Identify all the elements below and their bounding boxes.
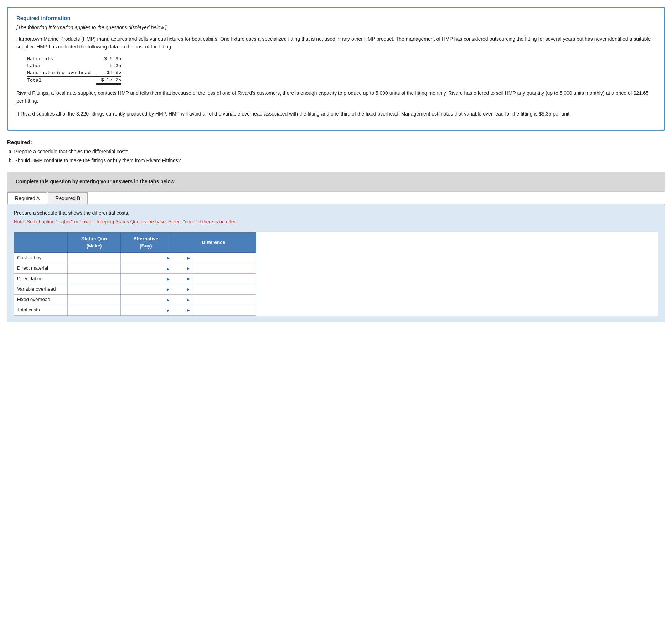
diff-input2-4[interactable] bbox=[191, 295, 256, 305]
cost-item-amount: 14.95 bbox=[96, 69, 121, 76]
alt-input-0[interactable] bbox=[121, 253, 171, 263]
alt-cell-3[interactable]: ▶ bbox=[121, 284, 171, 294]
alt-cell-4[interactable]: ▶ bbox=[121, 295, 171, 305]
paragraph1: Harbortown Marine Products (HMP) manufac… bbox=[16, 35, 656, 51]
diff-input1-3[interactable] bbox=[171, 284, 186, 294]
tab-required-a[interactable]: Required A bbox=[7, 192, 47, 204]
status-quo-cell-2[interactable] bbox=[68, 273, 121, 284]
question-list: a. Prepare a schedule that shows the dif… bbox=[9, 148, 665, 164]
diff-input1-5[interactable] bbox=[171, 305, 186, 315]
cost-item-amount: 5.35 bbox=[96, 62, 121, 69]
cost-item-label: Materials bbox=[27, 56, 96, 62]
alt-cell-0[interactable]: ▶ bbox=[121, 253, 171, 263]
diff-cell-2[interactable]: ▶ bbox=[171, 273, 256, 284]
diff-cell-3[interactable]: ▶ bbox=[171, 284, 256, 294]
alt-input-1[interactable] bbox=[121, 263, 171, 273]
alt-cell-5[interactable]: ▶ bbox=[121, 305, 171, 315]
diff-cell-5[interactable]: ▶ bbox=[171, 305, 256, 315]
status-quo-cell-4[interactable] bbox=[68, 295, 121, 305]
alt-input-3[interactable] bbox=[121, 284, 171, 294]
table-row: Direct labor▶▶ bbox=[14, 273, 256, 284]
status-quo-input-1[interactable] bbox=[68, 263, 120, 273]
diff-input1-1[interactable] bbox=[171, 264, 186, 273]
question-a: a. Prepare a schedule that shows the dif… bbox=[9, 148, 665, 155]
data-table-wrapper: Status Quo (Make) Alternative (Buy) Diff… bbox=[14, 232, 658, 316]
col-header-alt: Alternative (Buy) bbox=[121, 232, 171, 253]
diff-arrow-4: ▶ bbox=[186, 295, 191, 305]
status-quo-input-3[interactable] bbox=[68, 284, 120, 294]
tab-required-b[interactable]: Required B bbox=[48, 192, 88, 204]
diff-arrow-0: ▶ bbox=[186, 253, 191, 263]
status-quo-cell-1[interactable] bbox=[68, 263, 121, 273]
status-quo-input-4[interactable] bbox=[68, 295, 120, 305]
alt-input-4[interactable] bbox=[121, 295, 171, 305]
row-label-4: Fixed overhead bbox=[14, 295, 68, 305]
complete-box: Complete this question by entering your … bbox=[7, 172, 665, 191]
diff-input2-5[interactable] bbox=[191, 305, 256, 315]
row-label-1: Direct material bbox=[14, 263, 68, 273]
status-quo-input-0[interactable] bbox=[68, 253, 120, 263]
diff-input2-1[interactable] bbox=[191, 264, 256, 273]
cost-item-amount: $ 27.25 bbox=[96, 76, 121, 84]
diff-input2-2[interactable] bbox=[191, 274, 256, 284]
diff-input1-2[interactable] bbox=[171, 274, 186, 284]
status-quo-cell-3[interactable] bbox=[68, 284, 121, 294]
complete-box-text: Complete this question by entering your … bbox=[16, 179, 176, 184]
table-row: Fixed overhead▶▶ bbox=[14, 295, 256, 305]
paragraph3: If Rivard supplies all of the 3,220 fitt… bbox=[16, 110, 656, 118]
col-header-status: Status Quo (Make) bbox=[68, 232, 121, 253]
diff-arrow-2: ▶ bbox=[186, 274, 191, 284]
info-box: Required information [The following info… bbox=[7, 7, 665, 131]
info-box-subtitle: [The following information applies to th… bbox=[16, 25, 656, 30]
diff-arrow-5: ▶ bbox=[186, 305, 191, 315]
status-quo-cell-0[interactable] bbox=[68, 253, 121, 263]
status-quo-input-2[interactable] bbox=[68, 274, 120, 284]
diff-arrow-3: ▶ bbox=[186, 284, 191, 294]
question-b: b. Should HMP continue to make the fitti… bbox=[9, 157, 665, 164]
diff-input2-0[interactable] bbox=[191, 253, 256, 263]
row-label-5: Total costs bbox=[14, 305, 68, 315]
tabs-bar: Required A Required B bbox=[7, 192, 665, 204]
status-quo-cell-5[interactable] bbox=[68, 305, 121, 315]
diff-cell-4[interactable]: ▶ bbox=[171, 295, 256, 305]
table-row: Total costs▶▶ bbox=[14, 305, 256, 315]
table-row: Direct material▶▶ bbox=[14, 263, 256, 273]
row-label-3: Variable overhead bbox=[14, 284, 68, 294]
cost-item-label: Manufacturing overhead bbox=[27, 69, 96, 76]
data-table: Status Quo (Make) Alternative (Buy) Diff… bbox=[14, 232, 256, 316]
paragraph2: Rivard Fittings, a local auto supplier, … bbox=[16, 90, 656, 105]
alt-input-2[interactable] bbox=[121, 274, 171, 284]
tabs-wrapper: Required A Required B Prepare a schedule… bbox=[7, 191, 665, 322]
prepare-text: Prepare a schedule that shows the differ… bbox=[14, 209, 658, 217]
diff-input2-3[interactable] bbox=[191, 284, 256, 294]
cost-item-label: Total bbox=[27, 76, 96, 84]
row-label-0: Cost to buy bbox=[14, 253, 68, 263]
tab-content-required-a: Prepare a schedule that shows the differ… bbox=[7, 204, 665, 322]
alt-cell-1[interactable]: ▶ bbox=[121, 263, 171, 273]
col-header-label bbox=[14, 232, 68, 253]
diff-arrow-1: ▶ bbox=[186, 264, 191, 273]
required-label: Required: bbox=[7, 139, 665, 145]
info-box-title: Required information bbox=[16, 15, 656, 21]
table-row: Variable overhead▶▶ bbox=[14, 284, 256, 294]
row-label-2: Direct labor bbox=[14, 273, 68, 284]
cost-item-label: Labor bbox=[27, 62, 96, 69]
alt-cell-2[interactable]: ▶ bbox=[121, 273, 171, 284]
cost-table: Materials$ 6.95Labor5.35Manufacturing ov… bbox=[27, 56, 121, 85]
col-header-diff: Difference bbox=[171, 232, 256, 253]
status-quo-input-5[interactable] bbox=[68, 305, 120, 315]
diff-cell-0[interactable]: ▶ bbox=[171, 253, 256, 263]
cost-item-amount: $ 6.95 bbox=[96, 56, 121, 62]
table-row: Cost to buy▶▶ bbox=[14, 253, 256, 263]
alt-input-5[interactable] bbox=[121, 305, 171, 315]
diff-cell-1[interactable]: ▶ bbox=[171, 263, 256, 273]
diff-input1-4[interactable] bbox=[171, 295, 186, 305]
diff-input1-0[interactable] bbox=[171, 253, 186, 263]
note-text: Note: Select option "higher" or "lower",… bbox=[14, 218, 658, 225]
